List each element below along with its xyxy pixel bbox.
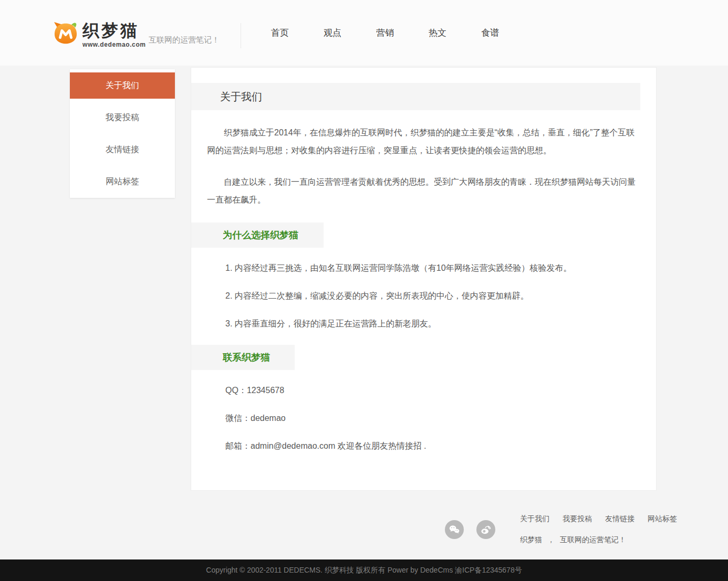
site-url: www.dedemao.com (82, 41, 146, 48)
main-nav: 首页 观点 营销 热文 食谱 (254, 0, 516, 66)
contact-line-wechat: 微信：dedemao (225, 411, 640, 426)
site-name: 织梦猫 (82, 22, 146, 40)
footer-link-tags[interactable]: 网站标签 (648, 514, 677, 524)
page-title-band: 关于我们 (191, 83, 640, 110)
footer-slogan-text[interactable]: 互联网的运营笔记！ (560, 535, 626, 545)
nav-item-recipes[interactable]: 食谱 (464, 23, 516, 43)
contact-line-qq: QQ：12345678 (225, 383, 640, 398)
nav-item-home[interactable]: 首页 (254, 23, 306, 43)
intro-paragraph-1: 织梦猫成立于2014年，在信息爆炸的互联网时代，织梦猫的的建立主要是“收集，总结… (207, 124, 640, 160)
sidebar-item-submit[interactable]: 我要投稿 (70, 104, 175, 131)
footer-link-about[interactable]: 关于我们 (520, 514, 549, 524)
contact-line-email: 邮箱：admin@dedemao.com 欢迎各位朋友热情接招 . (225, 439, 640, 453)
weibo-icon (479, 523, 493, 536)
weibo-share-button[interactable] (476, 520, 495, 539)
footer-link-submit[interactable]: 我要投稿 (563, 514, 592, 524)
sidebar-item-links[interactable]: 友情链接 (70, 136, 175, 163)
wechat-icon (448, 523, 461, 536)
page-header: 织梦猫 www.dedemao.com 互联网的运营笔记！ 首页 观点 营销 热… (0, 0, 728, 66)
main-panel: 关于我们 织梦猫成立于2014年，在信息爆炸的互联网时代，织梦猫的的建立主要是“… (191, 67, 657, 491)
footer-slogan: 织梦猫 ， 互联网的运营笔记！ (520, 535, 677, 545)
site-tagline: 互联网的运营笔记！ (149, 35, 220, 45)
why-list-item-3: 3. 内容垂直细分，很好的满足正在运营路上的新老朋友。 (225, 316, 640, 331)
wechat-share-button[interactable] (445, 520, 464, 539)
why-list-item-1: 1. 内容经过再三挑选，由知名互联网运营同学陈浩墩（有10年网络运营实践经验）核… (225, 261, 640, 276)
nav-item-hot[interactable]: 热文 (411, 23, 464, 43)
copyright-text: Copyright © 2002-2011 DEDECMS. 织梦科技 版权所有… (206, 566, 522, 575)
header-divider (241, 23, 241, 48)
contact-section-heading: 联系织梦猫 (191, 345, 295, 370)
sidebar-item-about[interactable]: 关于我们 (70, 72, 175, 99)
site-logo[interactable]: 织梦猫 www.dedemao.com (53, 21, 146, 48)
footer-slogan-site[interactable]: 织梦猫 (520, 535, 542, 545)
copyright-bar: Copyright © 2002-2011 DEDECMS. 织梦科技 版权所有… (0, 559, 728, 581)
sidebar-item-tags[interactable]: 网站标签 (70, 168, 175, 195)
footer-links: 关于我们 我要投稿 友情链接 网站标签 织梦猫 ， 互联网的运营笔记！ (520, 514, 677, 545)
sidebar: 关于我们 我要投稿 友情链接 网站标签 (70, 69, 175, 198)
why-list-item-2: 2. 内容经过二次整编，缩减没必要的内容，突出所表现的中心，使内容更加精辟。 (225, 289, 640, 303)
why-section-heading: 为什么选择织梦猫 (191, 223, 324, 248)
footer-links-row: 关于我们 我要投稿 友情链接 网站标签 (520, 514, 677, 524)
intro-paragraph-2: 自建立以来，我们一直向运营管理者贡献着优秀的思想。受到广大网络朋友的青睐．现在织… (207, 173, 640, 209)
page-title: 关于我们 (220, 91, 262, 102)
nav-item-viewpoint[interactable]: 观点 (306, 23, 359, 43)
footer-link-links[interactable]: 友情链接 (605, 514, 635, 524)
cat-logo-icon (53, 21, 79, 45)
footer-social (445, 520, 495, 539)
footer-slogan-separator: ， (547, 535, 555, 545)
nav-item-marketing[interactable]: 营销 (359, 23, 411, 43)
